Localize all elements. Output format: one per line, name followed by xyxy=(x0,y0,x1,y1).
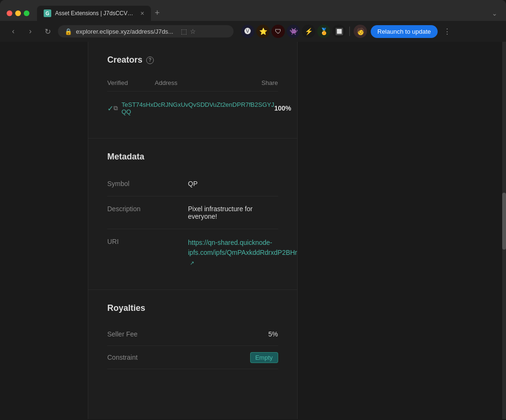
forward-button[interactable]: › xyxy=(24,25,37,38)
share-column-header: Share xyxy=(240,79,278,86)
new-tab-button[interactable]: + xyxy=(151,6,164,20)
address-field[interactable]: 🔒 explorer.eclipse.xyz/address/J7ds... ⬚… xyxy=(58,25,234,37)
ext-icon-v[interactable]: 🅥 xyxy=(241,25,254,38)
constraint-label: Constraint xyxy=(107,354,250,361)
relaunch-menu-icon[interactable]: ⋮ xyxy=(441,27,453,36)
metadata-section: Metadata Symbol QP Description Pixel inf… xyxy=(88,139,297,289)
uri-row: URI https://qn-shared.quicknode-ipfs.com… xyxy=(107,229,278,276)
ext-icon-star[interactable]: ⭐ xyxy=(256,25,270,38)
creator-address-cell: ⧉ TeST74sHxDcRJNGxUvQvSDDVuZt2enDPR7fB2S… xyxy=(113,101,274,115)
symbol-label: Symbol xyxy=(107,180,178,187)
copy-icon[interactable]: ⧉ xyxy=(113,104,118,112)
ext-icon-ghost[interactable]: 👾 xyxy=(287,25,300,38)
uri-value: https://qn-shared.quicknode-ipfs.com/ipf… xyxy=(188,238,298,268)
relaunch-label: Relaunch to update xyxy=(377,28,431,35)
seller-fee-label: Seller Fee xyxy=(107,330,268,338)
lock-icon: 🔒 xyxy=(65,28,72,35)
uri-label: URI xyxy=(107,238,178,245)
description-value: Pixel infrastructure for everyone! xyxy=(188,205,278,220)
seller-fee-value: 5% xyxy=(268,330,278,338)
creator-address-link[interactable]: ⧉ TeST74sHxDcRJNGxUvQvSDDVuZt2enDPR7fB2S… xyxy=(113,101,274,115)
ext-icon-s[interactable]: 🛡 xyxy=(272,25,285,38)
close-window-button[interactable] xyxy=(7,10,12,16)
cast-icon[interactable]: ⬚ xyxy=(181,28,187,35)
symbol-row: Symbol QP xyxy=(107,171,278,196)
address-column-header: Address xyxy=(155,79,240,86)
title-bar: G Asset Extensions | J7dsCCVm... × + ⌄ xyxy=(0,0,506,21)
verified-check: ✓ xyxy=(107,104,113,113)
right-spacer xyxy=(298,42,506,419)
seller-fee-row: Seller Fee 5% xyxy=(107,323,278,346)
tab-favicon: G xyxy=(44,9,51,17)
table-row: ✓ ⧉ TeST74sHxDcRJNGxUvQvSDDVuZt2enDPR7fB… xyxy=(107,92,278,125)
toolbar-separator xyxy=(349,27,350,36)
royalties-title: Royalties xyxy=(107,303,278,313)
ext-icon-lightning[interactable]: ⚡ xyxy=(302,25,315,38)
table-header: Verified Address Share xyxy=(107,75,278,92)
tab-title: Asset Extensions | J7dsCCVm... xyxy=(55,10,137,17)
tabs-bar: G Asset Extensions | J7dsCCVm... × + xyxy=(37,6,486,21)
refresh-button[interactable]: ↻ xyxy=(41,25,54,38)
creators-title: Creators ? xyxy=(107,55,278,65)
toolbar-chevron-icon[interactable]: ⌄ xyxy=(490,8,499,19)
creators-section: Creators ? Verified Address Share ✓ xyxy=(88,42,297,138)
bookmark-icon[interactable]: ☆ xyxy=(190,28,196,35)
verified-column-header: Verified xyxy=(107,79,155,86)
tab-close-button[interactable]: × xyxy=(141,10,144,17)
extension-icons: 🅥 ⭐ 🛡 👾 ⚡ 🏅 🔲 xyxy=(241,25,346,38)
external-link-icon: ↗ xyxy=(190,259,194,267)
uri-link[interactable]: https://qn-shared.quicknode-ipfs.com/ipf… xyxy=(188,239,298,266)
creator-address-text: TeST74sHxDcRJNGxUvQvSDDVuZt2enDPR7fB2SGY… xyxy=(122,101,274,115)
creators-info-icon[interactable]: ? xyxy=(146,56,154,64)
checkmark-icon: ✓ xyxy=(107,104,113,112)
browser-window: G Asset Extensions | J7dsCCVm... × + ⌄ ‹… xyxy=(0,0,506,42)
symbol-value: QP xyxy=(188,180,278,187)
constraint-row: Constraint Empty xyxy=(107,346,278,369)
left-sidebar xyxy=(0,42,88,419)
creator-share: 100% xyxy=(274,104,291,112)
address-icons: ⬚ ☆ xyxy=(181,28,196,35)
metadata-title: Metadata xyxy=(107,152,278,162)
constraint-value: Empty xyxy=(250,354,278,361)
address-text: explorer.eclipse.xyz/address/J7ds... xyxy=(76,28,173,35)
ext-icon-badge[interactable]: 🏅 xyxy=(317,25,330,38)
empty-badge: Empty xyxy=(250,352,278,363)
description-label: Description xyxy=(107,205,178,213)
user-avatar[interactable]: 🧑 xyxy=(354,25,367,38)
active-tab[interactable]: G Asset Extensions | J7dsCCVm... × xyxy=(37,6,151,21)
description-row: Description Pixel infrastructure for eve… xyxy=(107,196,278,229)
scrollbar[interactable] xyxy=(502,42,506,419)
relaunch-button[interactable]: Relaunch to update xyxy=(371,25,438,38)
minimize-window-button[interactable] xyxy=(15,10,21,16)
page-content: Creators ? Verified Address Share ✓ xyxy=(0,42,506,419)
creators-table: Verified Address Share ✓ ⧉ TeST74sHxDcRJ… xyxy=(107,75,278,125)
main-content: Creators ? Verified Address Share ✓ xyxy=(88,42,298,419)
ext-icon-shield[interactable]: 🔲 xyxy=(332,25,346,38)
royalties-section: Royalties Seller Fee 5% Constraint Empty xyxy=(88,290,297,383)
address-bar-row: ‹ › ↻ 🔒 explorer.eclipse.xyz/address/J7d… xyxy=(0,21,506,42)
scrollbar-thumb[interactable] xyxy=(502,193,506,250)
window-controls xyxy=(7,10,29,16)
back-button[interactable]: ‹ xyxy=(7,25,20,38)
maximize-window-button[interactable] xyxy=(24,10,29,16)
